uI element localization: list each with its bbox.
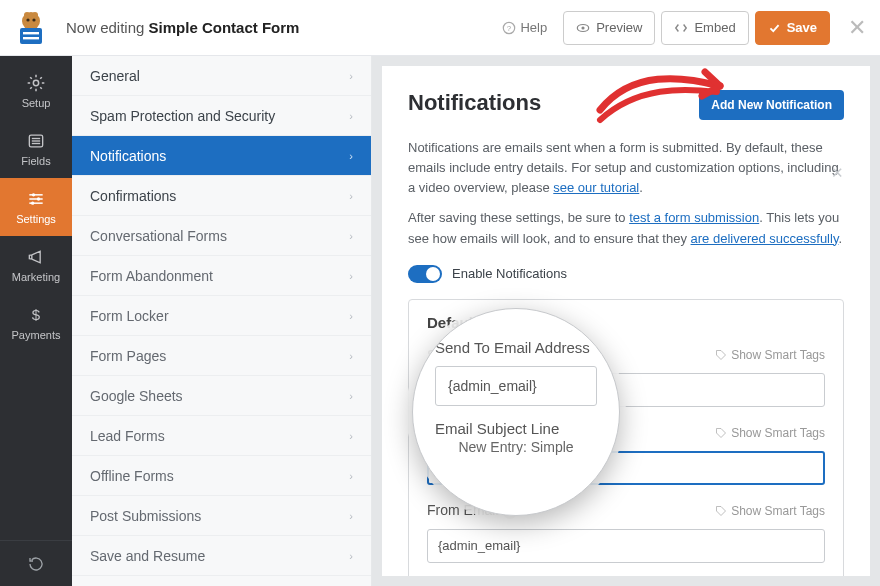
submenu-item-post-submissions[interactable]: Post Submissions›	[72, 496, 371, 536]
submenu-item-label: Form Locker	[90, 308, 169, 324]
svg-point-1	[24, 12, 30, 18]
help-link[interactable]: ? Help	[502, 20, 547, 35]
lens-subject-peek: New Entry: Simple	[435, 439, 597, 455]
submenu-item-form-locker[interactable]: Form Locker›	[72, 296, 371, 336]
add-notification-button[interactable]: Add New Notification	[699, 90, 844, 120]
submenu-item-label: Spam Protection and Security	[90, 108, 275, 124]
rail-setup[interactable]: Setup	[0, 62, 72, 120]
enable-notifications-toggle[interactable]	[408, 265, 442, 283]
tutorial-link[interactable]: see our tutorial	[553, 180, 639, 195]
submenu-item-label: Conversational Forms	[90, 228, 227, 244]
submenu-item-label: Offline Forms	[90, 468, 174, 484]
lens-sendto-value: {admin_email}	[435, 366, 597, 406]
dismiss-intro-icon[interactable]: ✕	[831, 164, 844, 182]
submenu-item-spam-protection-and-security[interactable]: Spam Protection and Security›	[72, 96, 371, 136]
lens-subject-label: Email Subject Line	[435, 420, 597, 437]
notifications-card: Notifications Add New Notification ✕ Not…	[382, 66, 870, 576]
svg-point-21	[37, 197, 40, 200]
rail-marketing[interactable]: Marketing	[0, 236, 72, 294]
submenu-item-label: Confirmations	[90, 188, 176, 204]
svg-point-12	[33, 80, 38, 85]
chevron-right-icon: ›	[349, 390, 353, 402]
chevron-right-icon: ›	[349, 70, 353, 82]
submenu-item-form-pages[interactable]: Form Pages›	[72, 336, 371, 376]
chevron-right-icon: ›	[349, 550, 353, 562]
svg-point-22	[31, 202, 34, 205]
submenu-item-notifications[interactable]: Notifications›	[72, 136, 371, 176]
svg-point-2	[32, 12, 38, 18]
rail-history[interactable]	[0, 540, 72, 586]
submenu-item-lead-forms[interactable]: Lead Forms›	[72, 416, 371, 456]
svg-rect-5	[20, 28, 42, 44]
svg-text:?: ?	[507, 23, 512, 32]
intro-paragraph-1: Notifications are emails sent when a for…	[408, 138, 844, 198]
settings-panel: Notifications Add New Notification ✕ Not…	[372, 56, 880, 586]
settings-submenu: General›Spam Protection and Security›Not…	[72, 56, 372, 586]
chevron-right-icon: ›	[349, 190, 353, 202]
svg-point-20	[32, 193, 35, 196]
top-header: Now editing Simple Contact Form ? Help P…	[0, 0, 880, 56]
tag-icon	[715, 349, 727, 361]
chevron-right-icon: ›	[349, 110, 353, 122]
chevron-right-icon: ›	[349, 470, 353, 482]
chevron-right-icon: ›	[349, 310, 353, 322]
submenu-item-label: Form Pages	[90, 348, 166, 364]
lens-sendto-label: Send To Email Address	[435, 339, 597, 356]
svg-point-11	[582, 26, 585, 29]
save-button[interactable]: Save	[755, 11, 830, 45]
submenu-item-label: Lead Forms	[90, 428, 165, 444]
submenu-item-save-and-resume[interactable]: Save and Resume›	[72, 536, 371, 576]
smarttags-sendto[interactable]: Show Smart Tags	[715, 348, 825, 362]
submenu-item-label: Post Submissions	[90, 508, 201, 524]
tag-icon	[715, 427, 727, 439]
submenu-item-form-abandonment[interactable]: Form Abandonment›	[72, 256, 371, 296]
intro-paragraph-2: After saving these settings, be sure to …	[408, 208, 844, 248]
svg-point-4	[32, 18, 35, 21]
left-rail: Setup Fields Settings Marketing $ Paymen…	[0, 56, 72, 586]
from-input[interactable]	[427, 529, 825, 563]
chevron-right-icon: ›	[349, 510, 353, 522]
submenu-item-general[interactable]: General›	[72, 56, 371, 96]
list-icon	[26, 131, 46, 151]
chevron-right-icon: ›	[349, 430, 353, 442]
embed-button[interactable]: Embed	[661, 11, 748, 45]
rail-payments[interactable]: $ Payments	[0, 294, 72, 352]
chevron-right-icon: ›	[349, 230, 353, 242]
submenu-item-confirmations[interactable]: Confirmations›	[72, 176, 371, 216]
chevron-right-icon: ›	[349, 270, 353, 282]
delivery-link[interactable]: are delivered successfully	[691, 231, 839, 246]
submenu-item-conversational-forms[interactable]: Conversational Forms›	[72, 216, 371, 256]
rail-settings[interactable]: Settings	[0, 178, 72, 236]
submenu-item-offline-forms[interactable]: Offline Forms›	[72, 456, 371, 496]
smarttags-from[interactable]: Show Smart Tags	[715, 504, 825, 518]
submenu-item-label: Google Sheets	[90, 388, 183, 404]
sliders-icon	[26, 189, 46, 209]
submenu-item-label: General	[90, 68, 140, 84]
magnifier-overlay: Send To Email Address {admin_email} Emai…	[412, 308, 620, 516]
dollar-icon: $	[26, 305, 46, 325]
test-submission-link[interactable]: test a form submission	[629, 210, 759, 225]
svg-rect-6	[23, 32, 39, 34]
megaphone-icon	[26, 247, 46, 267]
rail-fields[interactable]: Fields	[0, 120, 72, 178]
smarttags-subject[interactable]: Show Smart Tags	[715, 426, 825, 440]
submenu-item-label: Save and Resume	[90, 548, 205, 564]
editing-label: Now editing Simple Contact Form	[66, 19, 299, 36]
history-icon	[27, 555, 45, 573]
svg-point-3	[26, 18, 29, 21]
svg-rect-7	[23, 37, 39, 39]
chevron-right-icon: ›	[349, 150, 353, 162]
svg-text:$: $	[32, 306, 41, 323]
chevron-right-icon: ›	[349, 350, 353, 362]
submenu-item-label: Form Abandonment	[90, 268, 213, 284]
enable-notifications-label: Enable Notifications	[452, 266, 567, 281]
wpforms-logo	[10, 7, 52, 49]
tag-icon	[715, 505, 727, 517]
submenu-item-google-sheets[interactable]: Google Sheets›	[72, 376, 371, 416]
preview-button[interactable]: Preview	[563, 11, 655, 45]
form-name: Simple Contact Form	[149, 19, 300, 36]
gear-icon	[26, 73, 46, 93]
submenu-item-label: Notifications	[90, 148, 166, 164]
close-icon[interactable]: ✕	[844, 15, 870, 41]
